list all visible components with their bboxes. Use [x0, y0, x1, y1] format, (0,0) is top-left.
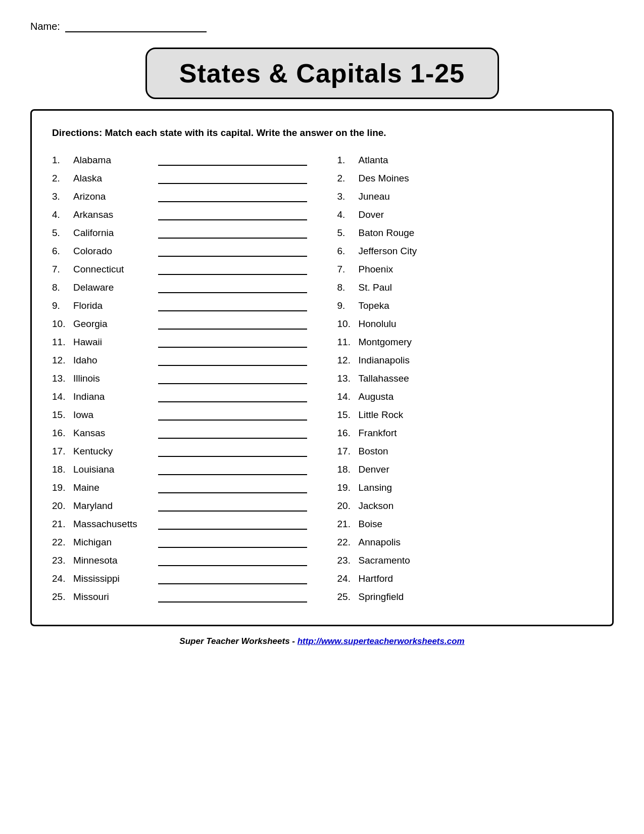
- state-name: Illinois: [73, 373, 154, 384]
- capital-name: Des Moines: [359, 173, 409, 184]
- state-name: Mississippi: [73, 573, 154, 584]
- state-name: Missouri: [73, 591, 154, 603]
- state-item: 13. Illinois: [52, 373, 307, 384]
- capital-number: 4.: [337, 209, 359, 220]
- states-column: 1. Alabama 2. Alaska 3. Arizona 4. Arkan…: [52, 155, 322, 610]
- capital-item: 5. Baton Rouge: [337, 227, 592, 239]
- state-number: 21.: [52, 519, 73, 530]
- answer-line[interactable]: [158, 574, 307, 584]
- name-field: Name:: [30, 20, 614, 32]
- answer-line[interactable]: [158, 465, 307, 475]
- state-item: 24. Mississippi: [52, 573, 307, 584]
- state-item: 18. Louisiana: [52, 464, 307, 475]
- state-name: California: [73, 227, 154, 239]
- capital-item: 24. Hartford: [337, 573, 592, 584]
- state-name: Arizona: [73, 191, 154, 202]
- capital-item: 6. Jefferson City: [337, 246, 592, 257]
- capital-number: 7.: [337, 264, 359, 275]
- answer-line[interactable]: [158, 429, 307, 439]
- answer-line[interactable]: [158, 410, 307, 421]
- answer-line[interactable]: [158, 501, 307, 512]
- state-number: 9.: [52, 300, 73, 311]
- state-item: 11. Hawaii: [52, 337, 307, 348]
- columns-container: 1. Alabama 2. Alaska 3. Arizona 4. Arkan…: [52, 155, 592, 610]
- state-name: Michigan: [73, 537, 154, 548]
- capital-number: 17.: [337, 446, 359, 457]
- capital-name: Boise: [359, 519, 383, 530]
- answer-line[interactable]: [158, 483, 307, 493]
- answer-line[interactable]: [158, 556, 307, 566]
- capital-item: 2. Des Moines: [337, 173, 592, 184]
- capital-item: 16. Frankfort: [337, 428, 592, 439]
- state-number: 4.: [52, 209, 73, 220]
- answer-line[interactable]: [158, 156, 307, 166]
- state-name: Alabama: [73, 155, 154, 166]
- capital-name: Denver: [359, 464, 389, 475]
- state-item: 3. Arizona: [52, 191, 307, 202]
- main-content-box: Directions: Match each state with its ca…: [30, 109, 614, 626]
- state-name: Louisiana: [73, 464, 154, 475]
- state-number: 7.: [52, 264, 73, 275]
- capital-name: Lansing: [359, 482, 392, 493]
- capital-name: Hartford: [359, 573, 393, 584]
- answer-line[interactable]: [158, 356, 307, 366]
- capital-number: 24.: [337, 573, 359, 584]
- state-name: Georgia: [73, 318, 154, 330]
- capital-number: 23.: [337, 555, 359, 566]
- answer-line[interactable]: [158, 265, 307, 275]
- capital-name: Atlanta: [359, 155, 388, 166]
- capital-number: 6.: [337, 246, 359, 257]
- capital-item: 7. Phoenix: [337, 264, 592, 275]
- capital-number: 19.: [337, 482, 359, 493]
- answer-line[interactable]: [158, 283, 307, 293]
- state-number: 1.: [52, 155, 73, 166]
- answer-line[interactable]: [158, 174, 307, 184]
- capital-number: 3.: [337, 191, 359, 202]
- state-number: 6.: [52, 246, 73, 257]
- capital-name: Montgomery: [359, 337, 412, 348]
- capital-name: Baton Rouge: [359, 227, 415, 239]
- answer-line[interactable]: [158, 247, 307, 257]
- answer-line[interactable]: [158, 192, 307, 202]
- answer-line[interactable]: [158, 520, 307, 530]
- state-number: 10.: [52, 318, 73, 330]
- state-item: 9. Florida: [52, 300, 307, 311]
- capital-number: 14.: [337, 391, 359, 402]
- capital-name: Sacramento: [359, 555, 410, 566]
- state-item: 6. Colorado: [52, 246, 307, 257]
- answer-line[interactable]: [158, 228, 307, 239]
- capital-name: St. Paul: [359, 282, 392, 293]
- capital-item: 23. Sacramento: [337, 555, 592, 566]
- capital-number: 15.: [337, 409, 359, 421]
- capital-number: 2.: [337, 173, 359, 184]
- answer-line[interactable]: [158, 210, 307, 220]
- name-underline[interactable]: [65, 20, 207, 32]
- answer-line[interactable]: [158, 374, 307, 384]
- directions-text: Directions: Match each state with its ca…: [52, 126, 592, 141]
- state-number: 14.: [52, 391, 73, 402]
- state-name: Maine: [73, 482, 154, 493]
- state-name: Indiana: [73, 391, 154, 402]
- capital-item: 13. Tallahassee: [337, 373, 592, 384]
- answer-line[interactable]: [158, 392, 307, 402]
- answer-line[interactable]: [158, 338, 307, 348]
- answer-line[interactable]: [158, 592, 307, 603]
- state-name: Maryland: [73, 500, 154, 512]
- answer-line[interactable]: [158, 319, 307, 330]
- state-item: 7. Connecticut: [52, 264, 307, 275]
- capital-name: Topeka: [359, 300, 389, 311]
- footer-link[interactable]: http://www.superteacherworksheets.com: [298, 636, 465, 646]
- state-number: 20.: [52, 500, 73, 512]
- capital-number: 1.: [337, 155, 359, 166]
- capital-number: 5.: [337, 227, 359, 239]
- footer-brand: Super Teacher Worksheets -: [179, 636, 295, 646]
- capital-item: 11. Montgomery: [337, 337, 592, 348]
- state-name: Arkansas: [73, 209, 154, 220]
- capital-number: 25.: [337, 591, 359, 603]
- state-item: 12. Idaho: [52, 355, 307, 366]
- footer: Super Teacher Worksheets - http://www.su…: [30, 636, 614, 646]
- state-item: 15. Iowa: [52, 409, 307, 421]
- answer-line[interactable]: [158, 447, 307, 457]
- answer-line[interactable]: [158, 301, 307, 311]
- answer-line[interactable]: [158, 538, 307, 548]
